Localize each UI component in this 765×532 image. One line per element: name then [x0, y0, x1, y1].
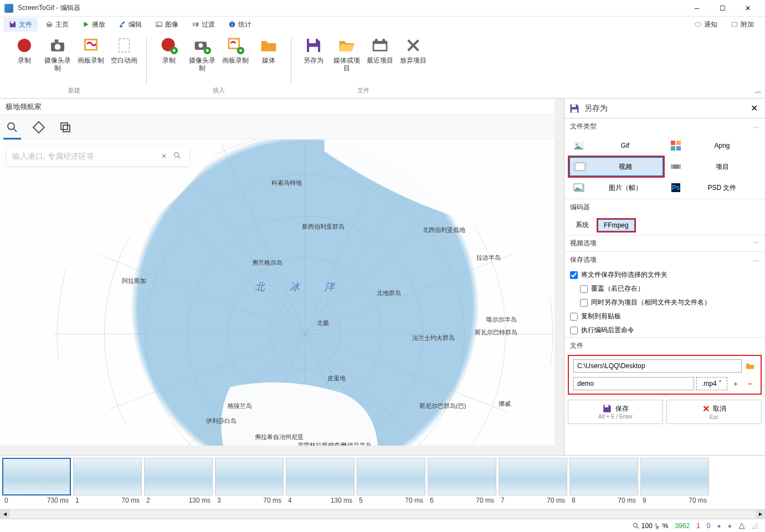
frame-thumb-8[interactable]: 870 ms [569, 458, 638, 509]
map-tab-route[interactable] [32, 121, 45, 134]
recent-icon [371, 37, 389, 54]
save-option-3[interactable]: 复制到剪贴板 [564, 309, 765, 323]
map-place-label: 格陵兰岛 [228, 402, 252, 410]
frame-thumb-6[interactable]: 670 ms [428, 458, 496, 509]
menu-tab-0[interactable]: 文件 [3, 18, 38, 32]
thumbnails-scrollbar[interactable]: ◂ ▸ [0, 509, 765, 519]
frame-thumb-0[interactable]: 0730 ms [2, 458, 71, 509]
status-selected: 1 [693, 522, 704, 530]
file-path-input[interactable] [573, 359, 742, 373]
map-search-go-icon[interactable] [171, 151, 184, 162]
frame-thumb-1[interactable]: 170 ms [73, 458, 142, 509]
scroll-right-button[interactable]: ▸ [756, 510, 765, 519]
map-place-label: 挪威 [499, 400, 511, 408]
filetype-section-header[interactable]: 文件类型 ︿ [564, 118, 765, 135]
filetype-apng[interactable]: Apng [666, 137, 761, 154]
checkbox[interactable] [580, 299, 588, 307]
frame-thumb-4[interactable]: 4130 ms [286, 458, 355, 509]
add-preset-button[interactable]: ＋ [730, 378, 742, 390]
map-place-label: 科索马特地 [271, 179, 302, 187]
preview-pane: 极地领航家 [0, 99, 564, 455]
frame-content: 极地领航家 [0, 99, 555, 446]
save-option-4[interactable]: 执行编码后置命令 [564, 323, 765, 337]
map-tab-layers[interactable] [59, 121, 72, 134]
remove-preset-button[interactable]: － [744, 378, 756, 390]
ribbon-folder-open[interactable]: 媒体或项目 [330, 34, 363, 85]
browse-folder-button[interactable] [744, 360, 756, 372]
menu-tab-6[interactable]: 统计 [223, 18, 257, 32]
preview-scrollbar-horizontal[interactable] [0, 446, 555, 455]
save-as-panel: 另存为 ✕ 文件类型 ︿ GifApng视频项目图片（帧）PsPSD 文件 编码… [564, 99, 765, 455]
filetype-gif[interactable]: Gif [569, 137, 664, 154]
frame-thumb-2[interactable]: 2130 ms [144, 458, 213, 509]
video-options-header[interactable]: 视频选项 ﹀ [564, 235, 765, 251]
ribbon-record-plus[interactable]: 录制 [152, 34, 186, 85]
ribbon-save-as[interactable]: 另存为 [297, 34, 330, 85]
ribbon-camera[interactable]: 摄像头录制 [41, 34, 74, 85]
maximize-button[interactable]: ☐ [710, 0, 735, 17]
checkbox[interactable] [570, 313, 578, 321]
checkbox[interactable] [570, 327, 578, 334]
ribbon-discard[interactable]: 放弃项目 [397, 34, 430, 85]
svg-line-73 [637, 526, 639, 528]
board-plus-icon [227, 37, 244, 54]
menu-right-1[interactable]: 附加 [725, 18, 759, 32]
menu-tab-3[interactable]: 编辑 [113, 18, 147, 32]
preview-scrollbar-vertical[interactable] [555, 99, 564, 455]
ribbon-camera-plus[interactable]: 摄像头录制 [186, 34, 219, 85]
menu-tab-2[interactable]: 播放 [76, 18, 111, 32]
svg-rect-1 [47, 24, 52, 27]
frame-thumb-9[interactable]: 970 ms [640, 458, 709, 509]
menu-tab-1[interactable]: 主页 [40, 18, 74, 32]
filetype-项目[interactable]: 项目 [666, 157, 761, 177]
svg-rect-66 [679, 164, 681, 169]
ribbon-board[interactable]: 画板录制 [74, 34, 107, 85]
frame-thumb-7[interactable]: 770 ms [499, 458, 567, 509]
status-resize-grip[interactable] [748, 523, 762, 529]
save-button[interactable]: 保存 Alt + E / Enter [568, 400, 663, 424]
cancel-button[interactable]: ✕ 取消 Esc [666, 400, 762, 424]
map-tab-search[interactable] [6, 121, 19, 134]
map-search-input[interactable] [12, 152, 157, 161]
thumb-image [286, 458, 355, 495]
menu-tab-5[interactable]: 过渡 [186, 18, 220, 32]
file-ext-select[interactable]: .mp4 ˅ [696, 377, 727, 390]
window-title: ScreenToGif - 编辑器 [18, 3, 684, 13]
filetype-视频[interactable]: 视频 [569, 157, 664, 177]
map-search-clear-icon[interactable]: ✕ [157, 152, 171, 160]
save-option-2[interactable]: 同时另存为项目（相同文件夹与文件名） [564, 296, 765, 309]
ribbon-blank[interactable]: 空白动画 [107, 34, 141, 85]
svg-rect-15 [55, 39, 59, 42]
frame-thumb-3[interactable]: 370 ms [215, 458, 284, 509]
chevron-down-icon: ﹀ [753, 239, 759, 248]
file-name-input[interactable] [573, 377, 694, 390]
encoder-系统[interactable]: 系统 [570, 219, 594, 231]
ribbon-board-plus[interactable]: 画板录制 [219, 34, 252, 85]
panel-close-button[interactable]: ✕ [747, 103, 761, 113]
psd-icon: Ps [669, 181, 682, 194]
svg-rect-5 [193, 23, 196, 27]
ribbon-recent[interactable]: 最近项目 [363, 34, 397, 85]
map-canvas[interactable]: ✕ 北 冰 洋 阿拉斯加新西伯利亚群岛北地群岛北西伯利亚低地拉达半岛喀尔尔半岛法… [0, 140, 555, 446]
save-option-0[interactable]: 将文件保存到你选择的文件夹 [564, 268, 765, 282]
blank-icon [115, 37, 133, 54]
svg-point-72 [633, 523, 637, 527]
ribbon-folder[interactable]: 媒体 [252, 34, 285, 85]
ribbon-record[interactable]: 录制 [8, 34, 41, 85]
close-button[interactable]: ✕ [735, 0, 761, 17]
zoom-control[interactable]: 100 ▲▼ % [629, 522, 672, 530]
svg-point-51 [174, 152, 179, 157]
checkbox[interactable] [580, 285, 588, 293]
save-options-header[interactable]: 保存选项 ︿ [564, 252, 765, 268]
ribbon-collapse-button[interactable]: ︽ [755, 86, 762, 96]
encoder-ffmpeg[interactable]: FFmpeg [598, 219, 635, 231]
menu-tab-4[interactable]: 图像 [150, 18, 184, 32]
filetype-psd 文件[interactable]: PsPSD 文件 [666, 179, 761, 197]
save-option-1[interactable]: 覆盖（若已存在） [564, 282, 765, 296]
minimize-button[interactable]: ─ [684, 0, 710, 17]
scroll-left-button[interactable]: ◂ [0, 510, 9, 519]
filetype-图片（帧）[interactable]: 图片（帧） [569, 179, 664, 197]
frame-thumb-5[interactable]: 570 ms [357, 458, 425, 509]
menu-right-0[interactable]: 通知 [689, 18, 723, 32]
checkbox[interactable] [570, 271, 578, 279]
